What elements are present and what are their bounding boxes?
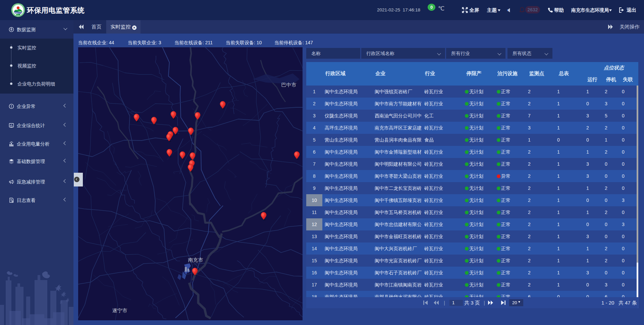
svg-text:南充市: 南充市 [188, 257, 203, 263]
svg-text:遂宁市: 遂宁市 [112, 308, 127, 313]
svg-text:巴中市: 巴中市 [281, 82, 297, 88]
